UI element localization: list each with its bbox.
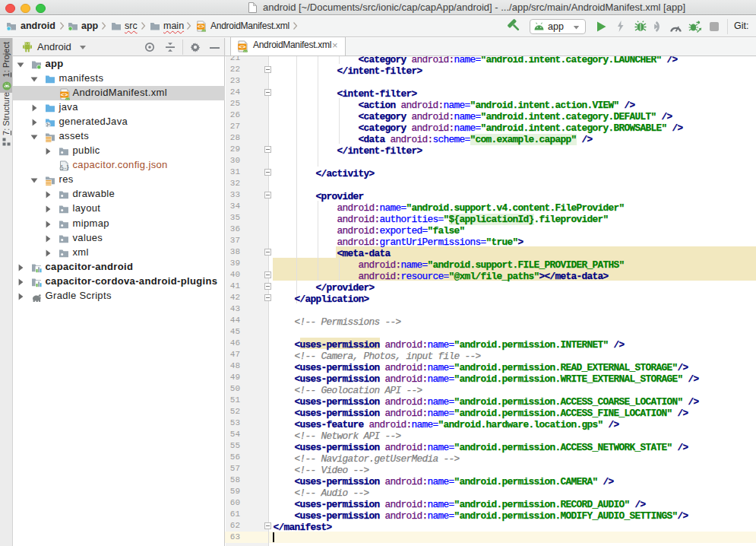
svg-text:<>: <> (61, 90, 68, 97)
svg-text:<>: <> (239, 43, 246, 49)
svg-text:<>: <> (198, 24, 205, 30)
